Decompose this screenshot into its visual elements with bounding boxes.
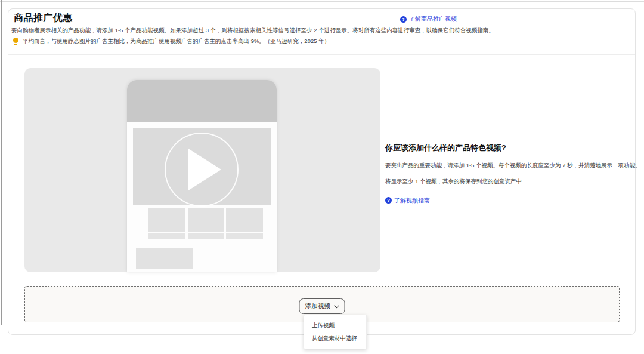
tip-text: 平均而言，与使用静态图片的广告主相比，为商品推广使用视频广告的广告主的点击率高出… <box>23 38 330 45</box>
add-video-button-label: 添加视频 <box>305 302 330 310</box>
placeholder-card <box>148 208 185 232</box>
placeholder-caption <box>148 233 185 239</box>
tip-row: 平均而言，与使用静态图片的广告主相比，为商品推广使用视频广告的广告主的点击率高出… <box>13 38 330 45</box>
placeholder-card <box>188 208 224 232</box>
phone-status-bar <box>127 80 277 122</box>
info-line-1: 要突出产品的重要功能，请添加 1-5 个视频。每个视频的长度应至少为 7 秒，并… <box>385 162 631 170</box>
menu-item-upload-video[interactable]: 上传视频 <box>304 319 366 332</box>
play-icon <box>188 149 221 190</box>
learn-sponsored-videos-link[interactable]: ? 了解商品推广视频 <box>400 15 457 23</box>
video-info-block: 你应该添加什么样的产品特色视频? 要突出产品的重要功能，请添加 1-5 个视频。… <box>385 143 631 205</box>
add-video-menu: 上传视频 从创意素材中选择 <box>304 315 367 349</box>
learn-sponsored-videos-link-label: 了解商品推广视频 <box>409 15 457 23</box>
info-heading: 你应该添加什么样的产品特色视频? <box>385 143 631 153</box>
placeholder-caption <box>188 233 224 239</box>
page-left-border <box>1 0 2 325</box>
section-description: 要向购物者展示相关的产品功能，请添加 1-5 个产品功能视频。如果添加超过 3 … <box>11 27 494 35</box>
video-preview-panel <box>24 68 380 272</box>
question-circle-icon: ? <box>385 197 392 204</box>
placeholder-footer-block <box>136 248 193 269</box>
info-line-2: 将显示至少 1 个视频，其余的将保存到您的创意资产中 <box>385 178 631 186</box>
lightbulb-icon <box>13 38 18 45</box>
question-circle-icon: ? <box>400 16 407 23</box>
video-guidelines-link-label: 了解视频指南 <box>394 196 430 205</box>
sponsored-products-video-card: 商品推广优惠 ? 了解商品推广视频 要向购物者展示相关的产品功能，请添加 1-5… <box>8 8 636 335</box>
placeholder-caption <box>226 233 263 239</box>
placeholder-card <box>226 208 263 232</box>
add-video-button[interactable]: 添加视频 <box>299 298 345 314</box>
page-title: 商品推广优惠 <box>14 12 73 24</box>
page-top-border <box>0 1 644 2</box>
chevron-down-icon <box>334 303 339 307</box>
menu-item-choose-from-creative-assets[interactable]: 从创意素材中选择 <box>304 332 366 345</box>
header-divider <box>8 54 635 55</box>
video-guidelines-link[interactable]: ? 了解视频指南 <box>385 196 430 205</box>
phone-mockup <box>127 80 277 272</box>
